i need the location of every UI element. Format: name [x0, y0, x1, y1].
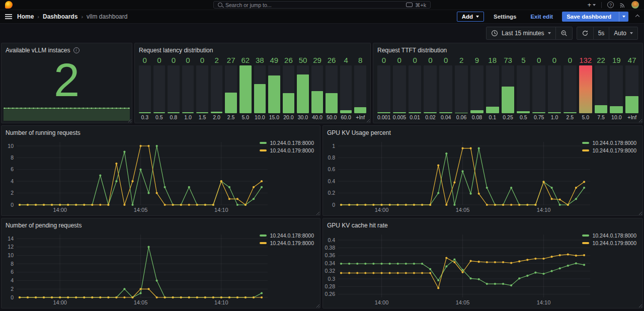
bar[interactable]: [564, 65, 577, 113]
breadcrumb-dashboards[interactable]: Dashboards: [43, 13, 77, 20]
bar[interactable]: [168, 65, 180, 113]
bar[interactable]: [297, 65, 309, 113]
bar[interactable]: [548, 65, 561, 113]
panel-header[interactable]: Request latency distribution: [135, 43, 370, 55]
help-icon[interactable]: ?: [607, 2, 614, 8]
bar[interactable]: [470, 65, 484, 113]
bar[interactable]: [393, 65, 406, 113]
panel-header[interactable]: Available vLLM instaces i: [2, 43, 132, 55]
bar-label: 0.1: [486, 113, 499, 121]
bar[interactable]: [625, 65, 638, 113]
bar-label: +Inf: [354, 113, 366, 121]
legend-item[interactable]: 10.244.0.179:8000: [260, 147, 314, 153]
bar[interactable]: [196, 65, 208, 113]
grafana-logo-icon[interactable]: [5, 1, 13, 9]
bar[interactable]: [311, 65, 324, 113]
panel-title: Request TTFT distribution: [377, 47, 447, 54]
bar[interactable]: [340, 65, 352, 113]
add-button[interactable]: Add: [457, 12, 484, 22]
bar-value: 27: [225, 56, 237, 65]
bar-fill: [532, 112, 545, 113]
panel-available-instances: Available vLLM instaces i 2: [1, 43, 132, 123]
user-avatar[interactable]: [631, 1, 639, 9]
bar[interactable]: [595, 65, 608, 113]
bar[interactable]: [268, 65, 280, 113]
legend-item[interactable]: 10.244.0.179:8000: [582, 147, 636, 153]
info-icon[interactable]: i: [73, 47, 79, 53]
legend-swatch-icon: [582, 235, 589, 237]
bar-cell: 49 15.0: [268, 56, 280, 121]
svg-text:10: 10: [8, 143, 14, 149]
svg-text:14:10: 14:10: [537, 299, 551, 305]
bar[interactable]: [354, 65, 366, 113]
bar[interactable]: [439, 65, 452, 113]
bar[interactable]: [502, 65, 515, 113]
collapse-chrome-icon[interactable]: [635, 15, 639, 19]
bar-cell: 0 0.75: [532, 56, 545, 121]
settings-button[interactable]: Settings: [489, 12, 521, 22]
bar[interactable]: [326, 65, 338, 113]
bar[interactable]: [225, 65, 237, 113]
bar[interactable]: [239, 65, 252, 113]
bar-label: 0.5: [153, 113, 166, 121]
refresh-interval[interactable]: 5s: [593, 27, 609, 39]
bar[interactable]: [211, 65, 223, 113]
legend-item[interactable]: 10.244.0.178:8000: [260, 232, 314, 239]
save-dropdown-toggle[interactable]: [619, 12, 628, 22]
bar[interactable]: [610, 65, 623, 113]
refresh-icon: [582, 30, 589, 37]
bar-value: 0: [532, 56, 545, 65]
legend-swatch-icon: [260, 235, 267, 237]
svg-text:14:10: 14:10: [214, 207, 228, 213]
bar-fill: [424, 112, 437, 113]
bar-value: 50: [297, 56, 309, 65]
search-placeholder: Search or jump to...: [225, 2, 272, 8]
legend-item[interactable]: 10.244.0.178:8000: [582, 140, 636, 146]
panel-header[interactable]: GPU KV Usage percent: [323, 126, 642, 138]
time-range-label: Last 15 minutes: [502, 30, 544, 37]
bar-value: 2: [211, 56, 223, 65]
bar[interactable]: [486, 65, 499, 113]
bar-value: 0: [439, 56, 452, 65]
bar-label: 0.5: [517, 113, 530, 121]
bar-fill: [254, 84, 266, 113]
bar[interactable]: [153, 65, 166, 113]
bar[interactable]: [532, 65, 545, 113]
save-dashboard-button[interactable]: Save dashboard: [562, 12, 628, 22]
legend-item[interactable]: 10.244.0.179:8000: [260, 240, 314, 246]
bar[interactable]: [517, 65, 530, 113]
zoom-out-button[interactable]: [555, 27, 572, 39]
panel-header[interactable]: Number of running requests: [2, 126, 320, 138]
bar-cell: 19 10.0: [610, 56, 623, 121]
bar-value: 73: [502, 56, 515, 65]
panel-header[interactable]: Request TTFT distribution: [373, 43, 642, 55]
panel-running-requests: Number of running requests 024681014:001…: [1, 125, 320, 216]
exit-edit-button[interactable]: Exit edit: [526, 12, 557, 22]
bar[interactable]: [455, 65, 468, 113]
bar[interactable]: [254, 65, 266, 113]
bar[interactable]: [182, 65, 194, 113]
panel-header[interactable]: Number of pending requests: [2, 218, 320, 230]
menu-icon[interactable]: [5, 14, 12, 19]
bar[interactable]: [377, 65, 390, 113]
auto-refresh-picker[interactable]: Auto: [609, 27, 637, 39]
bar-value: 0: [564, 56, 577, 65]
panel-header[interactable]: GPU KV cache hit rate: [323, 218, 642, 230]
legend-item[interactable]: 10.244.0.178:8000: [260, 140, 314, 146]
bar[interactable]: [579, 65, 592, 113]
legend-item[interactable]: 10.244.0.179:8000: [582, 240, 636, 246]
legend-item[interactable]: 10.244.0.178:8000: [582, 232, 636, 239]
svg-text:14:00: 14:00: [53, 299, 67, 305]
bar[interactable]: [424, 65, 437, 113]
refresh-button[interactable]: [577, 27, 593, 39]
time-range-picker[interactable]: Last 15 minutes: [487, 27, 555, 39]
bar[interactable]: [139, 65, 151, 113]
breadcrumb-home[interactable]: Home: [17, 13, 34, 20]
news-icon[interactable]: [619, 2, 626, 8]
legend: 10.244.0.178:8000 10.244.0.179:8000: [582, 140, 636, 153]
bar-label: 0.3: [139, 113, 151, 121]
new-button[interactable]: +: [587, 1, 596, 9]
search-input[interactable]: Search or jump to... ⌘+k: [213, 1, 431, 9]
bar[interactable]: [409, 65, 422, 113]
bar[interactable]: [283, 65, 295, 113]
